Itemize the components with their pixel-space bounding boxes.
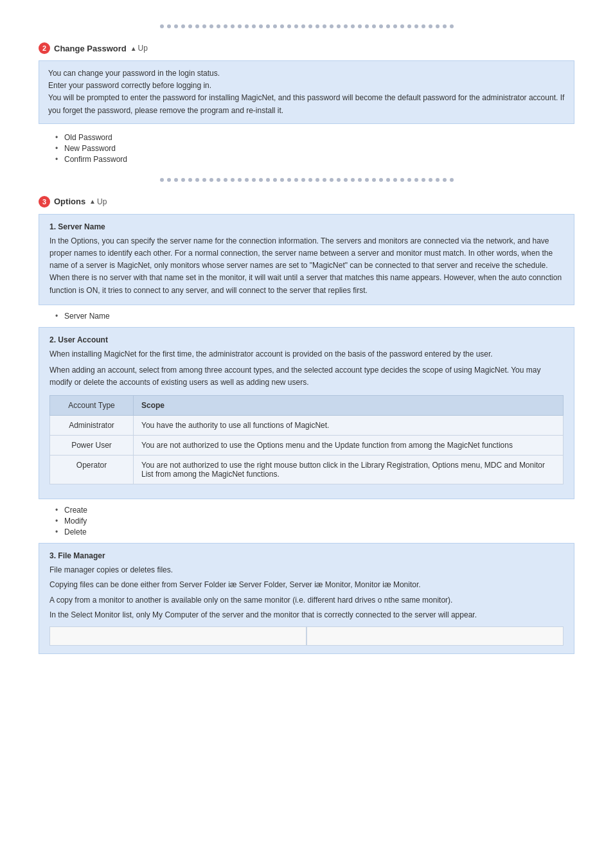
subsection3-number: 3 bbox=[49, 551, 54, 560]
subsection-user-account: 2. User Account When installing MagicNet… bbox=[39, 327, 574, 500]
divider-top bbox=[39, 24, 574, 28]
section2-info-line2: Enter your password correctly before log… bbox=[48, 80, 565, 92]
section2-up-label: Up bbox=[138, 44, 148, 53]
account-type-table: Account Type Scope Administrator You hav… bbox=[49, 395, 564, 484]
dot bbox=[280, 178, 284, 182]
dot bbox=[209, 178, 213, 182]
dot bbox=[266, 178, 270, 182]
dot bbox=[273, 178, 277, 182]
dot bbox=[188, 24, 192, 28]
dot bbox=[195, 24, 199, 28]
dot bbox=[450, 178, 454, 182]
subsection2-body2: When adding an account, select from amon… bbox=[49, 364, 564, 389]
dot bbox=[443, 178, 447, 182]
dot bbox=[372, 24, 376, 28]
dot bbox=[337, 178, 341, 182]
up-arrow-icon: ▲ bbox=[89, 198, 96, 205]
table-cell-type-poweruser: Power User bbox=[50, 436, 134, 456]
subsection2-title: 2. User Account bbox=[49, 335, 564, 344]
section2-bullets: Old Password New Password Confirm Passwo… bbox=[49, 133, 574, 164]
dot bbox=[330, 178, 333, 182]
dot bbox=[379, 178, 383, 182]
dot bbox=[450, 24, 454, 28]
dot bbox=[407, 178, 411, 182]
table-row: Operator You are not authorized to use t… bbox=[50, 456, 564, 484]
bullet-new-password: New Password bbox=[55, 144, 574, 153]
dot bbox=[414, 24, 418, 28]
section2-info-line3: You will be prompted to enter the passwo… bbox=[48, 92, 565, 116]
subsection3-body3: A copy from a monitor to another is avai… bbox=[49, 594, 564, 607]
dot bbox=[160, 24, 164, 28]
table-header-scope: Scope bbox=[134, 396, 564, 416]
dot bbox=[174, 178, 178, 182]
section2-header: 2 Change Password ▲ Up bbox=[39, 42, 574, 54]
dot bbox=[252, 178, 256, 182]
dot bbox=[330, 24, 333, 28]
dot bbox=[238, 24, 242, 28]
dot bbox=[301, 24, 305, 28]
dot bbox=[181, 24, 185, 28]
section3-number: 3 bbox=[39, 196, 50, 208]
dot bbox=[379, 24, 383, 28]
dot bbox=[167, 24, 171, 28]
dot bbox=[337, 24, 341, 28]
dot bbox=[287, 24, 291, 28]
section3-title: Options bbox=[54, 197, 85, 206]
dot bbox=[231, 24, 235, 28]
page-container: 2 Change Password ▲ Up You can change yo… bbox=[0, 0, 613, 681]
subsection1-number: 1 bbox=[49, 222, 54, 231]
bullet-old-password: Old Password bbox=[55, 133, 574, 142]
section-change-password: 2 Change Password ▲ Up You can change yo… bbox=[39, 42, 574, 164]
dot bbox=[245, 178, 249, 182]
dot bbox=[238, 178, 242, 182]
section2-up-link[interactable]: ▲ Up bbox=[130, 44, 148, 53]
dot bbox=[429, 24, 432, 28]
subsection1-body: In the Options, you can specify the serv… bbox=[49, 235, 564, 297]
dot bbox=[195, 178, 199, 182]
dot bbox=[308, 178, 312, 182]
dot bbox=[259, 178, 263, 182]
dot bbox=[393, 178, 397, 182]
up-arrow-icon: ▲ bbox=[130, 45, 137, 52]
dot bbox=[294, 24, 298, 28]
file-manager-cell-right bbox=[306, 626, 564, 646]
section2-number: 2 bbox=[39, 42, 50, 54]
dot bbox=[400, 178, 404, 182]
dot bbox=[414, 178, 418, 182]
bullet-modify: Modify bbox=[55, 517, 574, 526]
table-cell-scope-poweruser: You are not authorized to use the Option… bbox=[134, 436, 564, 456]
dot bbox=[344, 178, 348, 182]
dot bbox=[386, 24, 390, 28]
table-cell-type-admin: Administrator bbox=[50, 416, 134, 436]
subsection3-body4: In the Select Monitor list, only My Comp… bbox=[49, 609, 564, 621]
dot bbox=[224, 24, 227, 28]
dot bbox=[365, 24, 369, 28]
dot bbox=[202, 24, 206, 28]
dot bbox=[259, 24, 263, 28]
section3-up-link[interactable]: ▲ Up bbox=[89, 197, 107, 206]
dot bbox=[202, 178, 206, 182]
dot bbox=[252, 24, 256, 28]
dot bbox=[294, 178, 298, 182]
dot bbox=[167, 178, 171, 182]
table-cell-scope-admin: You have the authority to use all functi… bbox=[134, 416, 564, 436]
dot bbox=[301, 178, 305, 182]
subsection1-title: 1. Server Name bbox=[49, 222, 564, 231]
dot bbox=[400, 24, 404, 28]
dot bbox=[436, 178, 440, 182]
bullet-create: Create bbox=[55, 506, 574, 515]
dot bbox=[351, 178, 355, 182]
bullet-delete: Delete bbox=[55, 527, 574, 536]
table-header-account-type: Account Type bbox=[50, 396, 134, 416]
table-row: Power User You are not authorized to use… bbox=[50, 436, 564, 456]
table-row: Administrator You have the authority to … bbox=[50, 416, 564, 436]
subsection3-title-text: File Manager bbox=[58, 551, 105, 560]
section3-up-label: Up bbox=[97, 197, 107, 206]
subsection2-body1: When installing MagicNet for the first t… bbox=[49, 348, 564, 360]
dot bbox=[323, 178, 326, 182]
dot bbox=[174, 24, 178, 28]
dot bbox=[224, 178, 227, 182]
dot bbox=[323, 24, 326, 28]
dot bbox=[287, 178, 291, 182]
user-account-bullets: Create Modify Delete bbox=[49, 506, 574, 536]
